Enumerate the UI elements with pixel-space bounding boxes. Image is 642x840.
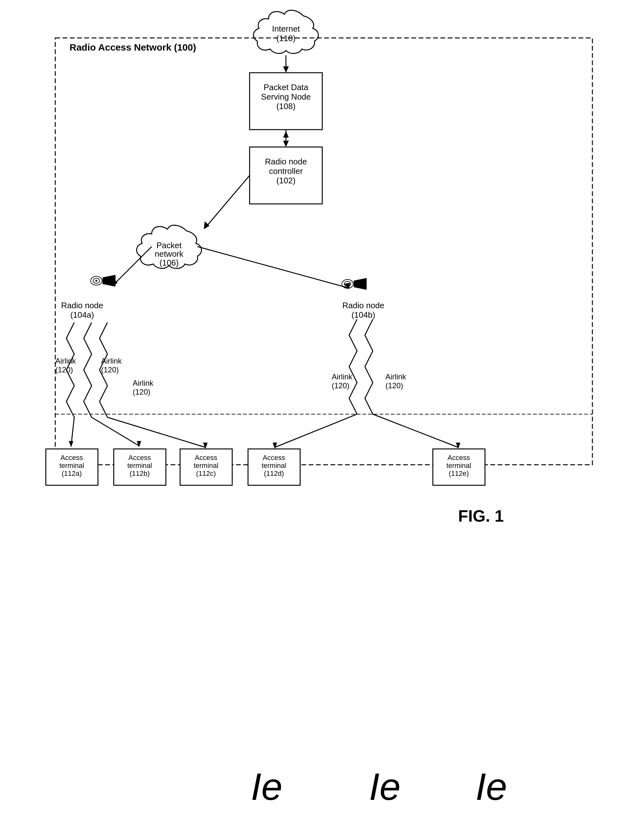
radio-node-a bbox=[91, 275, 115, 286]
at-112b-label2: terminal bbox=[127, 461, 152, 470]
at-112e-label: Access bbox=[448, 454, 470, 461]
pn-to-rna-line bbox=[114, 247, 152, 284]
at-112c-label2: terminal bbox=[194, 461, 218, 470]
rna-label: Radio node bbox=[61, 301, 103, 310]
packet-network-cloud: Packet network (106) bbox=[136, 225, 201, 268]
internet-label: Internet bbox=[272, 24, 300, 34]
rnc-to-pn-arrow bbox=[204, 221, 209, 229]
internet-to-pdsn-arrow bbox=[283, 67, 289, 73]
ie-label-2: Ie bbox=[369, 765, 400, 808]
at-112d-label2: terminal bbox=[262, 461, 286, 470]
airlink2-id: (120) bbox=[101, 366, 119, 374]
airlink-1 bbox=[66, 322, 74, 447]
at-112a-label: Access bbox=[61, 454, 83, 461]
airlink3-id: (120) bbox=[133, 388, 151, 396]
internet-cloud: Internet (110) bbox=[253, 10, 318, 54]
at-112d-id: (112d) bbox=[264, 470, 284, 478]
fig-label: FIG. 1 bbox=[458, 507, 504, 525]
ran-label: Radio Access Network (100) bbox=[70, 42, 196, 52]
airlink-5 bbox=[365, 319, 460, 449]
rnc-label: Radio node bbox=[265, 157, 307, 166]
pdsn-label: Packet Data bbox=[264, 83, 308, 92]
rna-id: (104a) bbox=[70, 310, 94, 320]
internet-id: (110) bbox=[276, 34, 296, 43]
at-112c-label: Access bbox=[195, 454, 217, 461]
airlink-3 bbox=[99, 322, 208, 449]
svg-marker-11 bbox=[273, 443, 277, 449]
ie-label-3: Ie bbox=[475, 765, 507, 808]
svg-point-6 bbox=[347, 283, 349, 285]
rnc-to-pdsn-arrow-up bbox=[283, 131, 289, 138]
rnb-id: (104b) bbox=[351, 310, 375, 320]
at-112b-label: Access bbox=[128, 454, 151, 461]
pn-id: (106) bbox=[160, 258, 179, 268]
at-112b-id: (112b) bbox=[130, 470, 150, 478]
rnc-id: (102) bbox=[276, 176, 296, 185]
pdsn-to-rnc-arrow-down bbox=[283, 141, 289, 147]
pn-to-rnb-line bbox=[198, 247, 347, 288]
rnb-label: Radio node bbox=[342, 301, 384, 310]
svg-marker-7 bbox=[354, 278, 366, 289]
svg-marker-12 bbox=[456, 443, 460, 449]
airlink5-id: (120) bbox=[386, 381, 403, 390]
svg-marker-10 bbox=[203, 443, 208, 449]
svg-marker-9 bbox=[137, 441, 141, 447]
ie-label-1: Ie bbox=[251, 765, 282, 808]
at-112d-label: Access bbox=[263, 454, 285, 461]
airlink1-label: Airlink bbox=[55, 357, 76, 365]
svg-point-2 bbox=[96, 280, 97, 282]
airlink1-id: (120) bbox=[55, 366, 73, 374]
pdsn-id: (108) bbox=[276, 101, 296, 111]
pn-label2: network bbox=[154, 249, 183, 258]
at-112e-label2: terminal bbox=[446, 461, 471, 470]
rnc-label2: controller bbox=[269, 166, 303, 176]
airlink3-label: Airlink bbox=[133, 379, 154, 387]
airlink4-label: Airlink bbox=[332, 372, 353, 381]
at-112a-id: (112a) bbox=[62, 470, 82, 478]
airlink5-label: Airlink bbox=[386, 372, 406, 381]
rnc-to-pn-line bbox=[205, 175, 250, 227]
svg-marker-3 bbox=[103, 275, 115, 286]
at-112e-id: (112e) bbox=[449, 470, 469, 478]
at-112a-label2: terminal bbox=[59, 461, 84, 470]
svg-marker-8 bbox=[69, 441, 73, 447]
at-112c-id: (112c) bbox=[196, 470, 216, 478]
ran-boundary bbox=[55, 38, 592, 465]
pdsn-label2: Serving Node bbox=[261, 92, 311, 101]
airlink4-id: (120) bbox=[332, 381, 349, 390]
pn-label: Packet bbox=[156, 240, 182, 250]
